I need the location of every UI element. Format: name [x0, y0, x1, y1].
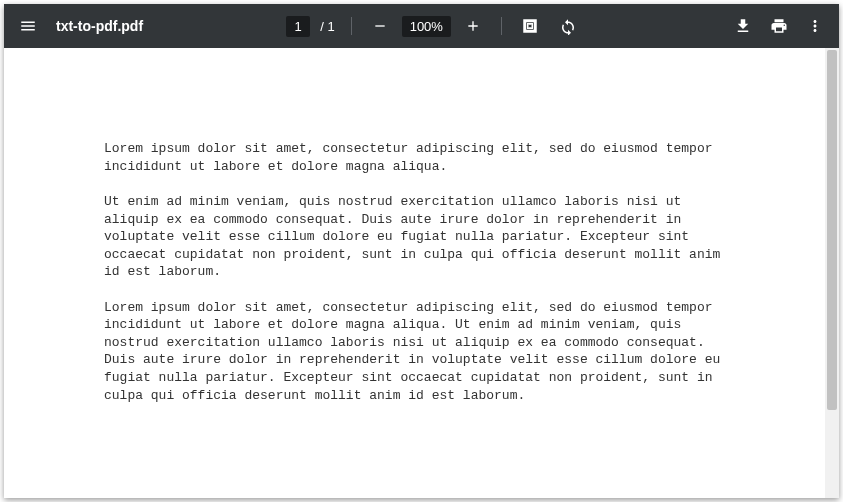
page-current-input[interactable]: 1 — [286, 16, 310, 37]
pdf-page: Lorem ipsum dolor sit amet, consectetur … — [4, 48, 839, 462]
filename-label: txt-to-pdf.pdf — [56, 18, 143, 34]
divider — [501, 17, 502, 35]
plus-icon — [465, 18, 481, 34]
pdf-viewer: txt-to-pdf.pdf 1 / 1 100% — [4, 4, 839, 498]
hamburger-icon — [19, 17, 37, 35]
scrollbar-thumb[interactable] — [827, 50, 837, 410]
paragraph: Ut enim ad minim veniam, quis nostrud ex… — [104, 193, 739, 281]
paragraph: Lorem ipsum dolor sit amet, consectetur … — [104, 140, 739, 175]
zoom-level-input[interactable]: 100% — [402, 16, 451, 37]
toolbar: txt-to-pdf.pdf 1 / 1 100% — [4, 4, 839, 48]
print-icon — [770, 17, 788, 35]
minus-icon — [372, 18, 388, 34]
more-button[interactable] — [799, 10, 831, 42]
menu-button[interactable] — [12, 10, 44, 42]
download-button[interactable] — [727, 10, 759, 42]
paragraph: Lorem ipsum dolor sit amet, consectetur … — [104, 299, 739, 404]
toolbar-center: 1 / 1 100% — [286, 10, 584, 42]
zoom-out-button[interactable] — [364, 10, 396, 42]
divider — [351, 17, 352, 35]
zoom-in-button[interactable] — [457, 10, 489, 42]
content-area: Lorem ipsum dolor sit amet, consectetur … — [4, 48, 839, 498]
fit-page-button[interactable] — [514, 10, 546, 42]
rotate-icon — [559, 17, 577, 35]
rotate-button[interactable] — [552, 10, 584, 42]
print-button[interactable] — [763, 10, 795, 42]
page-total-label: / 1 — [316, 19, 338, 34]
fit-page-icon — [521, 17, 539, 35]
download-icon — [734, 17, 752, 35]
vertical-scrollbar[interactable] — [825, 48, 839, 498]
more-vertical-icon — [806, 17, 824, 35]
